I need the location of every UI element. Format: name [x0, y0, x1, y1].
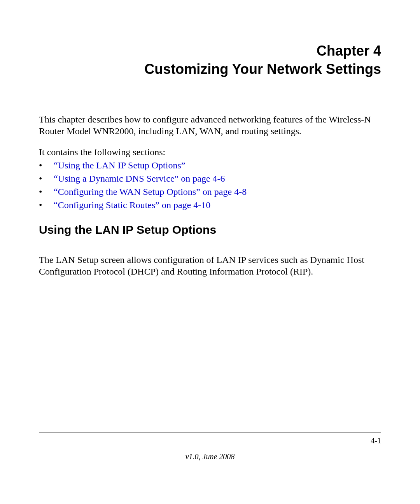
page-number: 4-1 — [39, 436, 381, 445]
toc-item: • “Configuring the WAN Setup Options” on… — [39, 186, 381, 198]
toc-item: • “Using a Dynamic DNS Service” on page … — [39, 173, 381, 184]
toc-link-lan-ip-setup[interactable]: “Using the LAN IP Setup Options” — [54, 159, 185, 171]
bullet-icon: • — [39, 159, 54, 171]
bullet-icon: • — [39, 186, 54, 198]
section-paragraph: The LAN Setup screen allows configuratio… — [39, 254, 381, 277]
document-page: Chapter 4 Customizing Your Network Setti… — [0, 0, 420, 504]
toc-list: • “Using the LAN IP Setup Options” • “Us… — [39, 159, 381, 211]
toc-link-static-routes[interactable]: “Configuring Static Routes” on page 4-10 — [54, 199, 210, 211]
bullet-icon: • — [39, 199, 54, 211]
section-heading-lan-ip: Using the LAN IP Setup Options — [39, 223, 381, 239]
chapter-title: Customizing Your Network Settings — [39, 60, 381, 79]
toc-item: • “Using the LAN IP Setup Options” — [39, 159, 381, 171]
toc-link-wan-setup[interactable]: “Configuring the WAN Setup Options” on p… — [54, 186, 247, 198]
chapter-number: Chapter 4 — [39, 42, 381, 60]
chapter-intro: This chapter describes how to configure … — [39, 114, 381, 137]
toc-link-dynamic-dns[interactable]: “Using a Dynamic DNS Service” on page 4-… — [54, 173, 225, 184]
page-footer: 4-1 v1.0, June 2008 — [39, 432, 381, 461]
doc-version: v1.0, June 2008 — [39, 452, 381, 461]
chapter-heading: Chapter 4 Customizing Your Network Setti… — [39, 42, 381, 79]
contains-label: It contains the following sections: — [39, 146, 381, 158]
toc-item: • “Configuring Static Routes” on page 4-… — [39, 199, 381, 211]
bullet-icon: • — [39, 173, 54, 184]
